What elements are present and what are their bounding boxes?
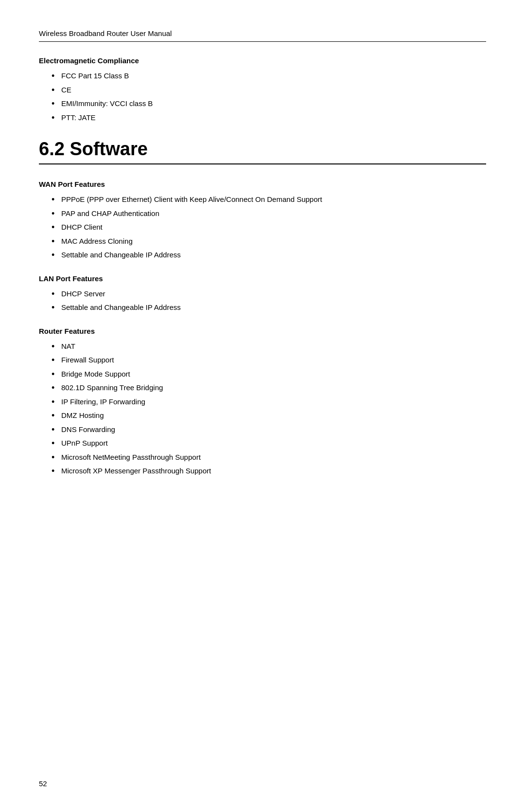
list-item: DHCP Client: [49, 222, 486, 233]
router-features-heading: Router Features: [39, 327, 486, 335]
lan-port-heading: LAN Port Features: [39, 274, 486, 283]
wan-port-section: WAN Port Features PPPoE (PPP over Ethern…: [39, 180, 486, 261]
list-item: NAT: [49, 341, 486, 352]
list-item: IP Filtering, IP Forwarding: [49, 397, 486, 408]
header-title: Wireless Broadband Router User Manual: [39, 29, 172, 37]
em-compliance-heading: Electromagnetic Compliance: [39, 56, 486, 65]
list-item: FCC Part 15 Class B: [49, 71, 486, 82]
list-item: CE: [49, 85, 486, 96]
list-item: Settable and Changeable IP Address: [49, 302, 486, 313]
list-item: Bridge Mode Support: [49, 369, 486, 380]
list-item: MAC Address Cloning: [49, 236, 486, 247]
list-item: PPPoE (PPP over Ethernet) Client with Ke…: [49, 194, 486, 205]
list-item: PTT: JATE: [49, 112, 486, 124]
list-item: DMZ Hosting: [49, 410, 486, 421]
list-item: DHCP Server: [49, 289, 486, 300]
router-features-list: NATFirewall SupportBridge Mode Support80…: [39, 341, 486, 477]
list-item: UPnP Support: [49, 438, 486, 449]
list-item: DNS Forwarding: [49, 424, 486, 435]
list-item: Microsoft NetMeeting Passthrough Support: [49, 452, 486, 463]
page-header: Wireless Broadband Router User Manual: [39, 29, 486, 42]
lan-port-section: LAN Port Features DHCP ServerSettable an…: [39, 274, 486, 313]
list-item: PAP and CHAP Authentication: [49, 208, 486, 219]
list-item: Microsoft XP Messenger Passthrough Suppo…: [49, 466, 486, 477]
page: Wireless Broadband Router User Manual El…: [0, 0, 525, 812]
list-item: Firewall Support: [49, 355, 486, 366]
list-item: Settable and Changeable IP Address: [49, 250, 486, 261]
wan-port-heading: WAN Port Features: [39, 180, 486, 188]
em-compliance-list: FCC Part 15 Class BCEEMI/Immunity: VCCI …: [39, 71, 486, 123]
chapter-heading: 6.2 Software: [39, 139, 486, 164]
router-features-section: Router Features NATFirewall SupportBridg…: [39, 327, 486, 477]
list-item: EMI/Immunity: VCCI class B: [49, 98, 486, 109]
wan-port-list: PPPoE (PPP over Ethernet) Client with Ke…: [39, 194, 486, 261]
page-number: 52: [39, 779, 47, 788]
lan-port-list: DHCP ServerSettable and Changeable IP Ad…: [39, 289, 486, 313]
list-item: 802.1D Spanning Tree Bridging: [49, 382, 486, 394]
em-compliance-section: Electromagnetic Compliance FCC Part 15 C…: [39, 56, 486, 123]
